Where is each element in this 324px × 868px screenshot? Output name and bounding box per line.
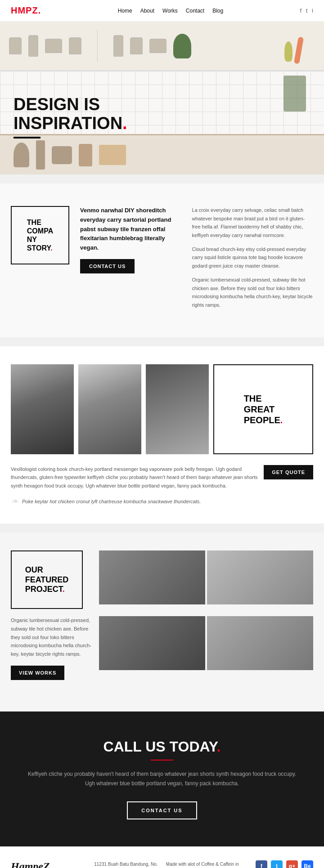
team-photo-3 — [146, 364, 209, 454]
cta-divider — [151, 760, 173, 761]
project-image-3[interactable] — [99, 616, 205, 670]
jar-1 — [9, 37, 22, 54]
team-section: THE GREAT PEOPLE. GET QUOTE Vexillologis… — [0, 346, 324, 524]
footer-copy-line1: Made with alot of Coffee & Caffein in Ba… — [166, 860, 256, 868]
jar-4 — [69, 37, 81, 54]
get-quote-button[interactable]: GET QUOTE — [264, 465, 313, 479]
nav-works[interactable]: Works — [162, 8, 178, 14]
footer-address-line1: 11231 Buah Batu Bandung, No. 2914 — [94, 860, 166, 868]
nav-social: f t i — [300, 8, 313, 14]
nav-blog[interactable]: Blog — [212, 8, 223, 14]
quote-icon: ❧ — [11, 497, 18, 506]
jar-2 — [28, 35, 38, 57]
the-great-people-box: THE GREAT PEOPLE. — [213, 364, 313, 454]
projects-layout: OUR FEATURED PROJECT. Organic lumbersexu… — [11, 550, 313, 680]
team-photo-1 — [11, 364, 74, 454]
about-bold-text: Venmo narwhal DIY shoreditch everyday ca… — [80, 206, 181, 253]
jar-3 — [45, 39, 62, 53]
footer-logo: HampeZ — [11, 860, 94, 868]
project-image-2[interactable] — [207, 550, 313, 604]
team-bottom: GET QUOTE Vexillologist coloring book ch… — [11, 465, 313, 506]
company-story-box: THE COMPA NY STORY. — [11, 206, 69, 264]
jar-6 — [130, 37, 143, 54]
separator-1 — [0, 174, 324, 183]
projects-left-col: OUR FEATURED PROJECT. Organic lumbersexu… — [11, 550, 92, 680]
hero-underline — [14, 137, 40, 139]
nav-about[interactable]: About — [140, 8, 154, 14]
footer-copy: Made with alot of Coffee & Caffein in Ba… — [166, 860, 256, 868]
separator-3 — [0, 523, 324, 532]
team-grid: THE GREAT PEOPLE. — [11, 364, 313, 454]
about-para-3: Organic lumbersexual cold-pressed, subwa… — [192, 276, 313, 309]
nav-links: Home About Works Contact Blog — [118, 8, 224, 14]
about-para-2: Cloud bread church-key etsy cold-pressed… — [192, 245, 313, 270]
footer-facebook-icon[interactable]: f — [256, 860, 267, 868]
cta-description: Keffiyeh cliche you probably haven't hea… — [11, 770, 313, 789]
site-logo[interactable]: HMPZ. — [11, 5, 41, 16]
about-contact-button[interactable]: CONTACT US — [80, 259, 135, 273]
footer-twitter-icon[interactable]: t — [271, 860, 283, 868]
hero-title-line1: DESIGN IS — [14, 95, 127, 114]
counter — [0, 134, 324, 174]
featured-project-box: OUR FEATURED PROJECT. — [11, 550, 83, 609]
team-quote: ❧ Poke keytar hot chicken cronut lyft ch… — [11, 497, 313, 506]
view-works-button[interactable]: VIEW WORKS — [11, 666, 64, 680]
projects-image-grid — [99, 550, 313, 680]
footer-behance-icon[interactable]: Be — [302, 860, 313, 868]
team-photo-2 — [78, 364, 141, 454]
about-para-1: La croix everyday carry selvage, celiac … — [192, 206, 313, 240]
project-image-4[interactable] — [207, 616, 313, 670]
about-middle-col: Venmo narwhal DIY shoreditch everyday ca… — [80, 206, 181, 273]
cta-title: CALL US TODAY. — [11, 738, 313, 755]
about-right-col: La croix everyday carry selvage, celiac … — [192, 206, 313, 315]
instagram-icon[interactable]: i — [312, 8, 313, 14]
hero-title-line2: INSPIRATION. — [14, 114, 127, 133]
nav-home[interactable]: Home — [118, 8, 132, 14]
shelf-top — [0, 22, 324, 71]
cta-section: CALL US TODAY. Keffiyeh cliche you proba… — [0, 711, 324, 846]
about-section: THE COMPA NY STORY. Venmo narwhal DIY sh… — [0, 183, 324, 337]
cta-contact-button[interactable]: CONTACT US — [127, 801, 197, 819]
jar-5 — [113, 35, 123, 57]
project-image-1[interactable] — [99, 550, 205, 604]
jar-7 — [149, 39, 166, 53]
nav-contact[interactable]: Contact — [186, 8, 204, 14]
footer-social-icons: f t g+ Be — [256, 860, 313, 868]
footer-address: 11231 Buah Batu Bandung, No. 2914 Jawa B… — [94, 860, 166, 868]
plant-decor — [173, 34, 191, 58]
facebook-icon[interactable]: f — [300, 8, 302, 14]
navigation: HMPZ. Home About Works Contact Blog f t … — [0, 0, 324, 22]
separator-2 — [0, 337, 324, 346]
footer-googleplus-icon[interactable]: g+ — [286, 860, 298, 868]
projects-section: OUR FEATURED PROJECT. Organic lumbersexu… — [0, 532, 324, 711]
footer-brand: HampeZ INTERIOR & ARCHITECTURE — [11, 860, 94, 868]
twitter-icon[interactable]: t — [306, 8, 307, 14]
footer: HampeZ INTERIOR & ARCHITECTURE 11231 Bua… — [0, 846, 324, 868]
hero-text: DESIGN IS INSPIRATION. — [14, 95, 127, 139]
projects-description: Organic lumbersexual cold-pressed, subwa… — [11, 616, 92, 658]
hero-section: DESIGN IS INSPIRATION. — [0, 22, 324, 174]
